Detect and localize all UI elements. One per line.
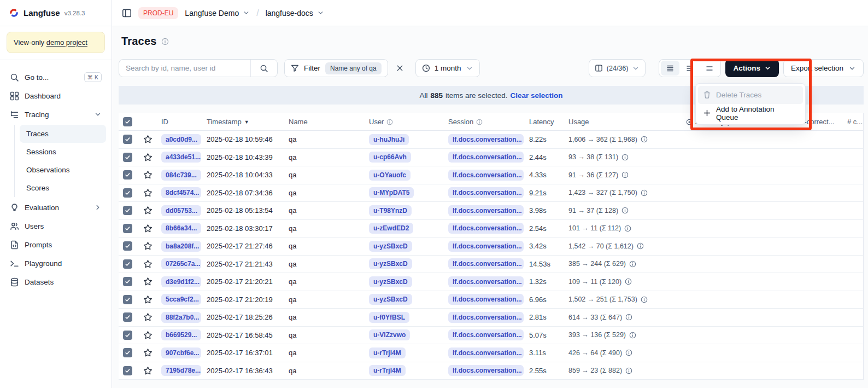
star-icon[interactable]	[143, 366, 153, 375]
sidebar-item-dashboard[interactable]: Dashboard	[5, 86, 106, 105]
user-badge[interactable]: u-rTrjl4M	[369, 348, 406, 358]
row-checkbox[interactable]	[123, 241, 132, 251]
info-icon[interactable]	[629, 260, 636, 268]
star-icon[interactable]	[143, 259, 153, 269]
org-selector[interactable]: Langfuse Demo	[185, 9, 250, 18]
project-selector[interactable]: langfuse-docs	[266, 9, 324, 18]
trace-id-badge[interactable]: 8b66a34...	[161, 223, 201, 234]
row-checkbox[interactable]	[123, 366, 132, 375]
user-badge[interactable]: u-rTrjl4M	[369, 365, 406, 376]
session-badge[interactable]: lf.docs.conversation...	[448, 294, 524, 305]
session-badge[interactable]: lf.docs.conversation...	[448, 205, 524, 216]
star-icon[interactable]	[143, 206, 153, 215]
table-row[interactable]: 907cbf6e... 2025-02-17 16:37:01 qa u-rTr…	[119, 344, 863, 362]
star-icon[interactable]	[143, 277, 153, 286]
sidebar-item-evaluation[interactable]: Evaluation	[5, 198, 106, 217]
header-timestamp[interactable]: Timestamp▼	[201, 118, 283, 126]
session-badge[interactable]: lf.docs.conversation...	[448, 276, 524, 287]
header-score-other[interactable]: # c...	[842, 118, 864, 126]
sidebar-item-goto[interactable]: Go to... ⌘ K	[5, 68, 106, 86]
session-badge[interactable]: lf.docs.conversation...	[448, 258, 524, 269]
sidebar-item-playground[interactable]: Playground	[5, 254, 106, 273]
header-usage[interactable]: Usage	[563, 118, 681, 126]
menu-item-delete-traces[interactable]: Delete Traces	[698, 86, 803, 104]
table-row[interactable]: 7195d78e... 2025-02-17 16:36:43 qa u-rTr…	[119, 362, 863, 380]
user-badge[interactable]: u-yzSBxcD	[369, 294, 412, 305]
trace-id-badge[interactable]: 7195d78e...	[161, 365, 201, 376]
info-icon[interactable]	[625, 278, 632, 285]
time-range-selector[interactable]: 1 month	[415, 59, 480, 77]
row-checkbox[interactable]	[123, 206, 132, 215]
sidebar-item-users[interactable]: Users	[5, 217, 106, 235]
user-badge[interactable]: u-yzSBxcD	[369, 258, 412, 269]
trace-id-badge[interactable]: 084c739...	[161, 170, 201, 181]
trace-id-badge[interactable]: b669529...	[161, 329, 201, 340]
menu-item-add-to-annotation-queue[interactable]: Add to Annotation Queue	[698, 104, 803, 122]
sidebar-item-traces[interactable]: Traces	[20, 125, 106, 143]
trace-id-badge[interactable]: a0cd0d9...	[161, 134, 201, 145]
session-badge[interactable]: lf.docs.conversation...	[448, 187, 524, 198]
sidebar-item-tracing[interactable]: Tracing	[5, 105, 106, 124]
trace-id-badge[interactable]: d3e9d1f2...	[161, 276, 201, 287]
info-icon[interactable]	[641, 189, 648, 196]
session-badge[interactable]: lf.docs.conversation...	[448, 152, 524, 163]
info-icon[interactable]	[621, 171, 629, 178]
table-row[interactable]: b669529... 2025-02-17 16:58:45 qa u-VIZz…	[119, 327, 863, 345]
user-badge[interactable]: u-OYauofc	[369, 170, 410, 181]
star-icon[interactable]	[143, 331, 153, 340]
row-height-small-button[interactable]	[661, 61, 679, 76]
user-badge[interactable]: u-huJhuJi	[369, 134, 409, 145]
row-height-medium-button[interactable]	[681, 61, 699, 76]
sidebar-item-observations[interactable]: Observations	[20, 161, 106, 179]
session-badge[interactable]: lf.docs.conversation...	[448, 365, 524, 376]
trace-id-badge[interactable]: ba8a208f...	[161, 241, 201, 252]
row-checkbox[interactable]	[123, 135, 132, 144]
table-row[interactable]: 07265c7a... 2025-02-17 21:21:43 qa u-yzS…	[119, 256, 863, 274]
table-row[interactable]: ba8a208f... 2025-02-17 21:27:46 qa u-yzS…	[119, 238, 863, 256]
user-badge[interactable]: u-VIZzvwo	[369, 329, 410, 340]
row-height-large-button[interactable]	[700, 61, 719, 76]
star-icon[interactable]	[143, 348, 153, 357]
info-icon[interactable]	[629, 332, 636, 339]
info-icon[interactable]	[624, 225, 631, 232]
info-icon[interactable]	[641, 136, 648, 143]
table-row[interactable]: d3e9d1f2... 2025-02-17 21:20:21 qa u-yzS…	[119, 273, 863, 291]
user-badge[interactable]: u-f0YfBSL	[369, 312, 409, 323]
row-checkbox[interactable]	[123, 277, 132, 286]
filter-button[interactable]: Filter Name any of qa	[284, 59, 388, 77]
star-icon[interactable]	[143, 224, 153, 233]
trace-id-badge[interactable]: 5cca9cf2...	[161, 294, 201, 305]
trace-id-badge[interactable]: 88f2a7b0...	[161, 312, 201, 323]
info-icon[interactable]	[161, 38, 169, 45]
select-all-checkbox[interactable]	[123, 117, 132, 126]
star-icon[interactable]	[143, 135, 153, 144]
header-session[interactable]: Session	[443, 118, 524, 126]
row-checkbox[interactable]	[123, 312, 132, 322]
session-badge[interactable]: lf.docs.conversation...	[448, 348, 524, 358]
session-badge[interactable]: lf.docs.conversation...	[448, 241, 524, 252]
header-user[interactable]: User	[363, 118, 443, 126]
row-checkbox[interactable]	[123, 331, 132, 340]
table-row[interactable]: 8dcf4574... 2025-02-18 07:34:36 qa u-MYp…	[119, 184, 863, 202]
row-checkbox[interactable]	[123, 153, 132, 162]
demo-project-link[interactable]: demo project	[46, 38, 87, 47]
info-icon[interactable]	[621, 207, 629, 214]
session-badge[interactable]: lf.docs.conversation...	[448, 329, 524, 340]
header-name[interactable]: Name	[283, 118, 363, 126]
sidebar-item-sessions[interactable]: Sessions	[20, 143, 106, 161]
user-badge[interactable]: u-yzSBxcD	[369, 241, 412, 252]
trace-id-badge[interactable]: dd05753...	[161, 205, 201, 216]
row-checkbox[interactable]	[123, 170, 132, 179]
trace-id-badge[interactable]: 07265c7a...	[161, 258, 201, 269]
panel-left-icon[interactable]	[122, 8, 132, 18]
search-submit[interactable]	[251, 64, 277, 73]
session-badge[interactable]: lf.docs.conversation...	[448, 223, 524, 234]
star-icon[interactable]	[143, 170, 153, 179]
header-latency[interactable]: Latency	[524, 118, 563, 126]
star-icon[interactable]	[143, 241, 153, 251]
row-checkbox[interactable]	[123, 295, 132, 304]
user-badge[interactable]: u-zEwdED2	[369, 223, 413, 234]
column-visibility-button[interactable]: (24/36)	[589, 59, 646, 77]
table-row[interactable]: dd05753... 2025-02-18 05:13:54 qa u-T98Y…	[119, 202, 863, 220]
table-row[interactable]: 8b66a34... 2025-02-18 03:30:17 qa u-zEwd…	[119, 220, 863, 238]
